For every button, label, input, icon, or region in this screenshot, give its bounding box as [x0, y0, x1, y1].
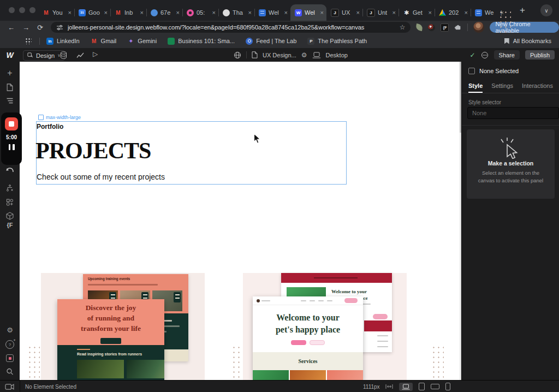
bookmark-feed[interactable]: Feed | The Lab	[246, 38, 296, 45]
extension-finsweet-icon[interactable]: {F	[441, 23, 449, 32]
browser-tab[interactable]: 202×	[435, 4, 471, 21]
logic-flow-icon[interactable]	[0, 185, 20, 192]
browser-tab[interactable]: Tha×	[218, 4, 254, 21]
browser-tab-active[interactable]: Wel×	[290, 4, 326, 21]
tab-close-icon[interactable]: ×	[393, 9, 396, 16]
maximize-window-icon[interactable]	[29, 7, 35, 13]
tab-close-icon[interactable]: ×	[356, 9, 360, 16]
project-card-running[interactable]: Upcoming training events Discover the jo…	[41, 273, 205, 380]
extension-leaf-icon[interactable]	[416, 23, 424, 31]
extension-logo-icon[interactable]	[428, 24, 435, 31]
tab-close-icon[interactable]: ×	[248, 9, 252, 16]
settings-gear-icon[interactable]: ⚙	[0, 326, 20, 334]
window-controls[interactable]	[9, 7, 35, 13]
style-selector-input[interactable]: None	[467, 107, 559, 119]
portfolio-eyebrow-text[interactable]: Portfolio	[37, 123, 63, 130]
tab-close-icon[interactable]: ×	[465, 9, 468, 16]
address-bar[interactable]: jolleens-personal-site.design.webflow.co…	[51, 22, 411, 33]
add-element-button[interactable]: +	[0, 68, 20, 78]
element-class-label[interactable]: max-width-large	[38, 115, 81, 120]
browser-tab[interactable]: 05:×	[182, 4, 218, 21]
browser-tab[interactable]: Wel×	[254, 4, 290, 21]
tab-close-icon[interactable]: ×	[140, 9, 144, 16]
search-icon[interactable]	[0, 368, 20, 375]
tab-style[interactable]: Style	[468, 79, 483, 93]
bookmark-star-icon[interactable]: ☆	[400, 23, 406, 31]
tab-close-icon[interactable]: ×	[320, 9, 324, 16]
breakpoint-tablet-button[interactable]	[419, 383, 425, 390]
browser-tab[interactable]: Unt×	[362, 4, 399, 21]
back-button[interactable]: ←	[8, 23, 15, 32]
bookmark-pathless[interactable]: PThe Pathless Path	[307, 38, 367, 45]
project-card-pet[interactable]: Welcome to your pet's happy place	[243, 273, 407, 380]
browser-tab[interactable]: Goo×	[74, 4, 110, 21]
video-recorder-icon[interactable]	[5, 383, 14, 390]
share-button[interactable]: Share	[494, 50, 520, 60]
tab-interactions[interactable]: Interactions	[522, 79, 553, 93]
tab-close-icon[interactable]: ×	[284, 9, 288, 16]
minimize-window-icon[interactable]	[19, 7, 25, 13]
tab-close-icon[interactable]: ×	[104, 9, 108, 16]
help-icon[interactable]: ?	[0, 340, 20, 349]
breakpoint-phone-landscape-button[interactable]	[431, 384, 439, 389]
finsweet-extension-icon[interactable]: {F	[0, 222, 20, 228]
chrome-update-button[interactable]: New Chrome available ⋮	[490, 22, 559, 33]
publish-button[interactable]: Publish	[525, 50, 555, 60]
breakpoint-desktop-button[interactable]	[399, 383, 413, 391]
tab-close-icon[interactable]: ×	[176, 9, 180, 16]
site-info-icon[interactable]	[56, 24, 63, 31]
design-mode-dropdown[interactable]: Design ∨	[23, 50, 65, 61]
pages-icon[interactable]	[0, 84, 20, 91]
close-window-icon[interactable]	[9, 7, 15, 13]
bookmark-gmail[interactable]: Gmail	[91, 38, 117, 45]
projects-heading[interactable]: PROJECTS	[35, 138, 151, 164]
tab-close-icon[interactable]: ×	[429, 9, 432, 16]
bookmark-business[interactable]: Business 101: Sma...	[168, 38, 235, 45]
comments-icon[interactable]	[481, 51, 489, 59]
page-name[interactable]: UX Design...	[263, 52, 296, 58]
globe-icon[interactable]	[234, 51, 241, 59]
reload-button[interactable]: ⟳	[37, 23, 43, 32]
screen-recorder-widget[interactable]: 5:00	[1, 112, 22, 165]
tab-close-icon[interactable]: ×	[68, 9, 72, 16]
cms-database-icon[interactable]	[60, 51, 67, 59]
tab-search-button[interactable]: ∨	[540, 4, 552, 16]
assets-cube-icon[interactable]	[0, 212, 20, 220]
browser-tab[interactable]: 67e×	[146, 4, 182, 21]
canvas-width-resize-icon[interactable]	[385, 384, 393, 389]
screen: You× Goo× Inb× 67e× 05:× Tha× Wel× Wel× …	[0, 0, 559, 392]
service-photo	[327, 370, 363, 380]
design-canvas[interactable]: max-width-large Portfolio PROJECTS Check…	[20, 62, 460, 380]
tab-close-icon[interactable]: ×	[212, 9, 216, 16]
breakpoint-label[interactable]: Desktop	[326, 52, 348, 58]
undo-arrow-icon[interactable]	[0, 167, 20, 173]
page-settings-gear-icon[interactable]: ⚙	[301, 51, 307, 59]
webflow-logo[interactable]: W	[0, 48, 20, 62]
forward-button[interactable]: →	[22, 23, 29, 32]
projects-subheading[interactable]: Check out some of my recent projects	[37, 173, 165, 181]
components-icon[interactable]	[0, 199, 20, 206]
new-tab-button[interactable]: +	[520, 5, 525, 15]
bookmark-linkedin[interactable]: inLinkedIn	[46, 38, 80, 45]
browser-tab[interactable]: You×	[38, 4, 74, 21]
all-bookmarks-button[interactable]: All Bookmarks	[504, 38, 551, 44]
browser-tab[interactable]: UX×	[326, 4, 362, 21]
navigator-icon[interactable]	[0, 98, 20, 104]
browser-tab[interactable]: Get×	[399, 4, 435, 21]
profile-avatar[interactable]	[473, 22, 484, 33]
extensions-puzzle-icon[interactable]	[454, 23, 462, 31]
bookmark-gemini[interactable]: ✦Gemini	[127, 38, 157, 45]
recording-indicator-icon[interactable]	[0, 354, 20, 362]
browser-tab[interactable]: Inb×	[110, 4, 146, 21]
tab-settings[interactable]: Settings	[491, 79, 513, 93]
breakpoint-phone-portrait-button[interactable]	[445, 383, 450, 390]
preview-play-icon[interactable]: ▷	[93, 50, 98, 58]
canvas-width-value[interactable]: 1111px	[363, 384, 380, 390]
selection-checkbox-icon[interactable]	[468, 68, 475, 74]
url-text[interactable]: jolleens-personal-site.design.webflow.co…	[68, 24, 396, 31]
analytics-chart-icon[interactable]	[76, 52, 84, 58]
pause-recording-button[interactable]	[9, 144, 15, 150]
breakpoint-desktop-icon[interactable]	[312, 52, 321, 58]
stop-recording-button[interactable]	[5, 117, 18, 130]
apps-grid-icon[interactable]	[25, 38, 32, 44]
